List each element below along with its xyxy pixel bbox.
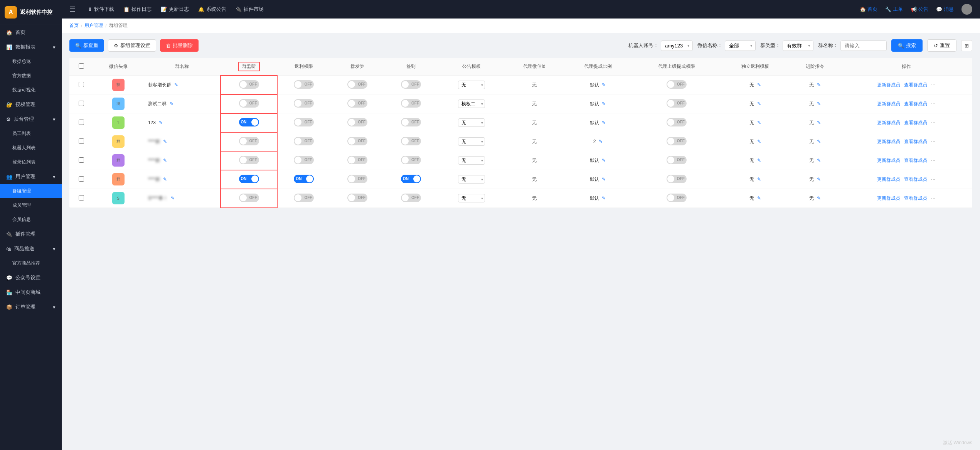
topnav-message[interactable]: 💬 消息 [936,6,954,13]
notice-tpl-select[interactable]: 模板二 [458,99,485,108]
edit-ratio-icon[interactable]: ✎ [602,177,606,182]
action-view-members[interactable]: 查看群成员 [904,158,927,163]
sidebar-item-wechat-setting[interactable]: 💬 公众号设置 [0,270,62,285]
row-checkbox[interactable] [79,138,84,144]
topnav-oplog[interactable]: 📋 操作日志 [123,6,152,13]
toggle-off[interactable]: OFF [347,156,367,164]
robot-account-select[interactable]: amy123 [661,40,693,51]
notice-tpl-select[interactable]: 无 [458,194,485,202]
edit-cmd-icon[interactable]: ✎ [817,139,821,144]
menu-toggle-icon[interactable]: ☰ [69,5,76,13]
toggle-off[interactable]: OFF [401,80,421,89]
sidebar-item-middle-page[interactable]: 🏪 中间页商城 [0,285,62,300]
toggle-on[interactable]: ON [401,175,421,183]
btn-batch-delete[interactable]: 🗑 批量删除 [160,39,199,52]
toggle-off[interactable]: OFF [294,156,314,164]
action-update-members[interactable]: 更新群成员 [877,101,900,106]
toggle-off[interactable]: OFF [401,156,421,164]
edit-ratio-icon[interactable]: ✎ [599,139,603,144]
sidebar-item-member-manage[interactable]: 成员管理 [0,198,62,212]
edit-tpl-icon[interactable]: ✎ [757,177,761,182]
toggle-off[interactable]: OFF [239,99,259,108]
edit-name-icon[interactable]: ✎ [163,139,167,144]
edit-ratio-icon[interactable]: ✎ [602,82,606,88]
sidebar-item-auth-manage[interactable]: 🔐 授权管理 [0,97,62,112]
action-more-icon[interactable]: ··· [931,195,936,201]
action-more-icon[interactable]: ··· [931,81,936,88]
edit-tpl-icon[interactable]: ✎ [757,120,761,125]
toggle-off[interactable]: OFF [347,137,367,145]
action-update-members[interactable]: 更新群成员 [877,177,900,182]
wechat-name-select[interactable]: 全部 [725,40,756,51]
sidebar-item-data-overview[interactable]: 数据总览 [0,54,62,69]
toggle-off[interactable]: OFF [294,80,314,89]
edit-tpl-icon[interactable]: ✎ [757,196,761,201]
edit-name-icon[interactable]: ✎ [159,120,163,125]
sidebar-section-order[interactable]: 📦 订单管理 ▾ [0,300,62,314]
sidebar-section-user-manage[interactable]: 👥 用户管理 ▾ [0,169,62,184]
user-avatar[interactable] [961,4,972,15]
sidebar-item-login-pos[interactable]: 登录位列表 [0,155,62,169]
action-more-icon[interactable]: ··· [931,138,936,144]
toggle-off[interactable]: OFF [401,137,421,145]
toggle-off[interactable]: OFF [239,194,259,202]
toggle-off[interactable]: OFF [667,194,687,202]
topnav-download[interactable]: ⬇ 软件下载 [88,6,114,13]
row-checkbox[interactable] [79,157,84,163]
toggle-off[interactable]: OFF [239,137,259,145]
notice-tpl-select[interactable]: 无 [458,175,485,184]
edit-ratio-icon[interactable]: ✎ [602,158,606,163]
edit-ratio-icon[interactable]: ✎ [602,196,606,201]
action-view-members[interactable]: 查看群成员 [904,139,927,144]
edit-tpl-icon[interactable]: ✎ [757,82,761,88]
btn-reset[interactable]: ↺ 重置 [927,39,956,52]
topnav-notice[interactable]: 🔔 系统公告 [198,6,226,13]
notice-tpl-select[interactable]: 无 [458,81,485,89]
sidebar-section-goods-push[interactable]: 🛍 商品推送 ▾ [0,241,62,256]
row-checkbox[interactable] [79,101,84,106]
sidebar-section-data-report[interactable]: 📊 数据报表 ▾ [0,40,62,54]
notice-tpl-select[interactable]: 无 [458,156,485,165]
action-more-icon[interactable]: ··· [931,176,936,182]
topnav-announce[interactable]: 📢 公告 [911,6,928,13]
btn-search[interactable]: 🔍 搜索 [891,39,923,52]
toggle-off[interactable]: OFF [401,99,421,108]
toggle-off[interactable]: OFF [401,194,421,202]
action-view-members[interactable]: 查看群成员 [904,120,927,125]
action-more-icon[interactable]: ··· [931,157,936,163]
topnav-workorder[interactable]: 🔧 工单 [885,6,903,13]
toggle-off[interactable]: OFF [347,194,367,202]
action-more-icon[interactable]: ··· [931,100,936,106]
topnav-updatelog[interactable]: 📝 更新日志 [161,6,189,13]
toggle-off[interactable]: OFF [667,156,687,164]
toggle-off[interactable]: OFF [294,194,314,202]
action-update-members[interactable]: 更新群成员 [877,196,900,201]
select-all-checkbox[interactable] [79,63,84,69]
toggle-off[interactable]: OFF [294,118,314,126]
sidebar-item-official-goods[interactable]: 官方商品推荐 [0,256,62,270]
edit-name-icon[interactable]: ✎ [163,158,167,163]
action-view-members[interactable]: 查看群成员 [904,177,927,182]
sidebar-item-official-data[interactable]: 官方数据 [0,69,62,83]
group-type-select[interactable]: 有效群 无效群 全部 [783,40,813,51]
edit-name-icon[interactable]: ✎ [170,101,173,106]
toggle-off[interactable]: OFF [239,156,259,164]
sidebar-item-data-visual[interactable]: 数据可视化 [0,83,62,97]
action-update-members[interactable]: 更新群成员 [877,158,900,163]
toggle-off[interactable]: OFF [667,118,687,126]
sidebar-item-member-info[interactable]: 会员信息 [0,212,62,227]
btn-group-setting[interactable]: ⚙ 群组管理设置 [108,39,156,52]
toggle-off[interactable]: OFF [667,175,687,183]
toggle-off[interactable]: OFF [347,118,367,126]
sidebar-section-backend[interactable]: ⚙ 后台管理 ▾ [0,112,62,126]
toggle-off[interactable]: OFF [347,175,367,183]
toggle-on[interactable]: ON [239,118,259,126]
edit-name-icon[interactable]: ✎ [174,82,178,88]
toggle-off[interactable]: OFF [347,80,367,89]
edit-cmd-icon[interactable]: ✎ [817,120,821,125]
action-view-members[interactable]: 查看群成员 [904,101,927,106]
sidebar-item-plugin-manage[interactable]: 🔌 插件管理 [0,227,62,241]
action-update-members[interactable]: 更新群成员 [877,120,900,125]
row-checkbox[interactable] [79,195,84,201]
toggle-off[interactable]: OFF [239,80,259,89]
